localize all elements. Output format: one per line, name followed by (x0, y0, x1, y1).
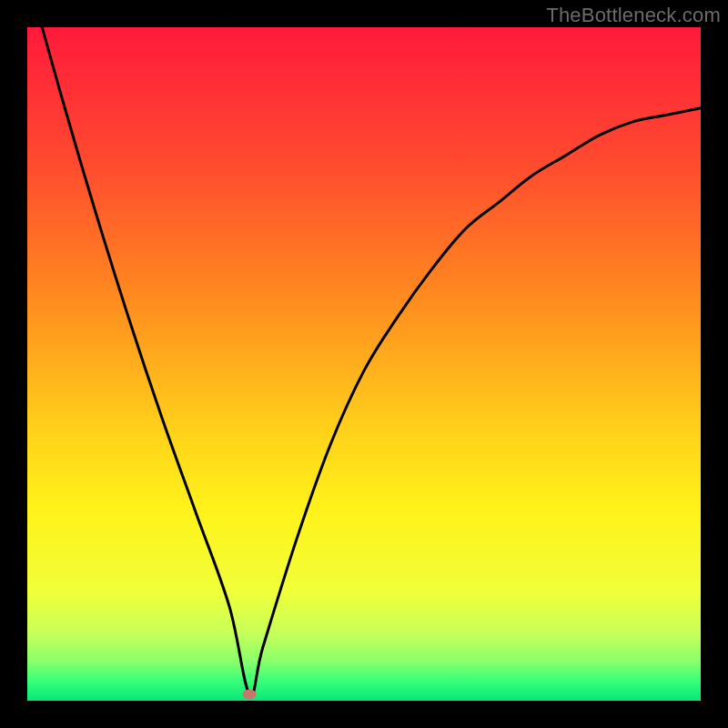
bottleneck-curve-svg (27, 27, 701, 701)
chart-frame: TheBottleneck.com (0, 0, 728, 728)
plot-area (27, 27, 701, 701)
watermark-text: TheBottleneck.com (546, 4, 721, 27)
bottleneck-curve-path (27, 27, 701, 695)
optimal-point-marker (243, 689, 257, 699)
